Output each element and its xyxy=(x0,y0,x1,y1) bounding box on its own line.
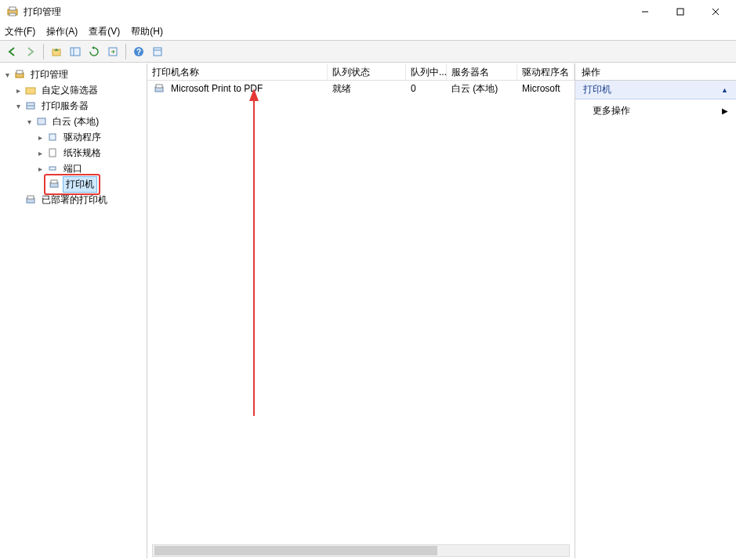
tree-label: 已部署的打印机 xyxy=(39,193,110,208)
cell-jobs: 0 xyxy=(406,83,447,94)
column-header-status[interactable]: 队列状态 xyxy=(328,63,406,80)
chevron-down-icon[interactable]: ▾ xyxy=(24,117,34,126)
actions-section[interactable]: 打印机 ▲ xyxy=(575,81,736,99)
actions-header: 操作 xyxy=(575,63,736,81)
server-icon xyxy=(24,99,37,112)
tree-root[interactable]: ▾ 打印管理 xyxy=(2,67,145,82)
menu-action[interactable]: 操作(A) xyxy=(46,25,78,38)
tree-label: 自定义筛选器 xyxy=(39,83,100,98)
menu-help[interactable]: 帮助(H) xyxy=(131,25,163,38)
chevron-right-icon: ▶ xyxy=(722,107,728,115)
window-title: 打印管理 xyxy=(24,5,627,19)
action-more[interactable]: 更多操作 ▶ xyxy=(575,99,736,122)
toolbar: ? xyxy=(0,41,736,63)
action-label: 更多操作 xyxy=(593,104,630,117)
horizontal-scrollbar[interactable] xyxy=(152,544,570,557)
refresh-button[interactable] xyxy=(85,43,103,60)
help-button[interactable]: ? xyxy=(130,43,147,60)
tree-printers[interactable]: 打印机 xyxy=(2,176,145,192)
port-icon xyxy=(46,162,59,175)
body-area: ▾ 打印管理 ▸ 自定义筛选器 ▾ 打印服务器 ▾ 白云 (本地) ▸ xyxy=(0,63,736,558)
svg-text:?: ? xyxy=(136,48,141,56)
chevron-down-icon[interactable]: ▾ xyxy=(2,70,13,79)
cell-driver: Microsoft xyxy=(517,83,575,94)
svg-rect-16 xyxy=(16,70,23,74)
svg-rect-23 xyxy=(49,167,56,170)
tree-pane[interactable]: ▾ 打印管理 ▸ 自定义筛选器 ▾ 打印服务器 ▾ 白云 (本地) ▸ xyxy=(0,63,147,558)
forward-button[interactable] xyxy=(22,43,39,60)
svg-rect-21 xyxy=(49,134,56,140)
chevron-right-icon[interactable]: ▸ xyxy=(34,149,45,157)
driver-icon xyxy=(46,131,59,143)
svg-rect-29 xyxy=(156,85,162,88)
show-hide-tree-button[interactable] xyxy=(67,43,84,60)
column-header-server[interactable]: 服务器名 xyxy=(447,63,517,80)
menu-bar: 文件(F) 操作(A) 查看(V) 帮助(H) xyxy=(0,23,736,41)
printer-icon xyxy=(153,82,165,95)
toolbar-separator xyxy=(125,44,126,60)
list-header: 打印机名称 队列状态 队列中... 服务器名 驱动程序名 xyxy=(147,63,575,81)
svg-rect-2 xyxy=(9,13,16,16)
svg-rect-27 xyxy=(27,196,34,199)
tree-forms[interactable]: ▸ 纸张规格 xyxy=(2,145,145,161)
tree-deployed-printers[interactable]: 已部署的打印机 xyxy=(2,192,145,208)
tree-custom-filters[interactable]: ▸ 自定义筛选器 xyxy=(2,82,145,98)
actions-pane: 操作 打印机 ▲ 更多操作 ▶ xyxy=(575,63,736,558)
list-rows[interactable]: Microsoft Print to PDF 就绪 0 白云 (本地) Micr… xyxy=(147,81,575,96)
maximize-button[interactable] xyxy=(662,1,698,23)
export-button[interactable] xyxy=(104,43,121,60)
minimize-button[interactable] xyxy=(627,1,662,23)
printer-icon xyxy=(48,178,60,190)
tree-label: 打印机 xyxy=(63,176,97,193)
title-bar: 打印管理 xyxy=(0,0,736,23)
svg-rect-8 xyxy=(71,48,80,56)
svg-rect-13 xyxy=(154,48,161,56)
forms-icon xyxy=(46,146,59,159)
menu-view[interactable]: 查看(V) xyxy=(89,25,120,38)
cell-status: 就绪 xyxy=(328,82,406,96)
annotation-highlight: 打印机 xyxy=(44,174,100,195)
tree-label: 白云 (本地) xyxy=(50,114,101,129)
svg-rect-1 xyxy=(9,7,16,10)
chevron-down-icon[interactable]: ▾ xyxy=(13,102,24,110)
printer-icon xyxy=(24,193,37,206)
actions-section-title: 打印机 xyxy=(583,83,611,96)
cell-server: 白云 (本地) xyxy=(447,82,517,96)
print-management-icon xyxy=(13,68,26,81)
tree: ▾ 打印管理 ▸ 自定义筛选器 ▾ 打印服务器 ▾ 白云 (本地) ▸ xyxy=(2,67,145,208)
up-button[interactable] xyxy=(48,43,65,60)
menu-file[interactable]: 文件(F) xyxy=(5,25,35,38)
back-button[interactable] xyxy=(3,43,20,60)
tree-label: 驱动程序 xyxy=(61,130,103,145)
tree-local-server[interactable]: ▾ 白云 (本地) xyxy=(2,114,145,129)
chevron-right-icon[interactable]: ▸ xyxy=(34,164,45,173)
annotation-arrow-icon xyxy=(248,89,260,417)
svg-rect-20 xyxy=(38,118,45,125)
tree-label: 纸张规格 xyxy=(61,146,103,161)
svg-rect-17 xyxy=(26,88,35,94)
tree-label: 打印服务器 xyxy=(39,99,91,114)
list-item[interactable]: Microsoft Print to PDF 就绪 0 白云 (本地) Micr… xyxy=(147,81,575,96)
close-button[interactable] xyxy=(698,1,733,23)
column-header-driver[interactable]: 驱动程序名 xyxy=(517,63,575,80)
chevron-right-icon[interactable]: ▸ xyxy=(34,133,45,142)
svg-rect-22 xyxy=(49,149,56,157)
cell-name: Microsoft Print to PDF xyxy=(171,83,263,94)
app-icon xyxy=(6,5,19,18)
scrollbar-thumb[interactable] xyxy=(154,546,437,555)
svg-rect-25 xyxy=(51,180,57,183)
tree-drivers[interactable]: ▸ 驱动程序 xyxy=(2,129,145,145)
toolbar-separator xyxy=(43,44,44,60)
window-controls xyxy=(627,1,733,23)
collapse-icon[interactable]: ▲ xyxy=(721,86,728,94)
folder-icon xyxy=(24,84,37,96)
column-header-name[interactable]: 打印机名称 xyxy=(147,63,328,80)
properties-button[interactable] xyxy=(149,43,166,60)
chevron-right-icon[interactable]: ▸ xyxy=(13,86,24,95)
tree-label: 打印管理 xyxy=(28,67,71,82)
tree-print-servers[interactable]: ▾ 打印服务器 xyxy=(2,98,145,114)
server-icon xyxy=(35,115,48,128)
list-pane: 打印机名称 队列状态 队列中... 服务器名 驱动程序名 Microsoft P… xyxy=(147,63,575,558)
column-header-jobs[interactable]: 队列中... xyxy=(406,63,447,80)
svg-rect-4 xyxy=(677,9,683,15)
